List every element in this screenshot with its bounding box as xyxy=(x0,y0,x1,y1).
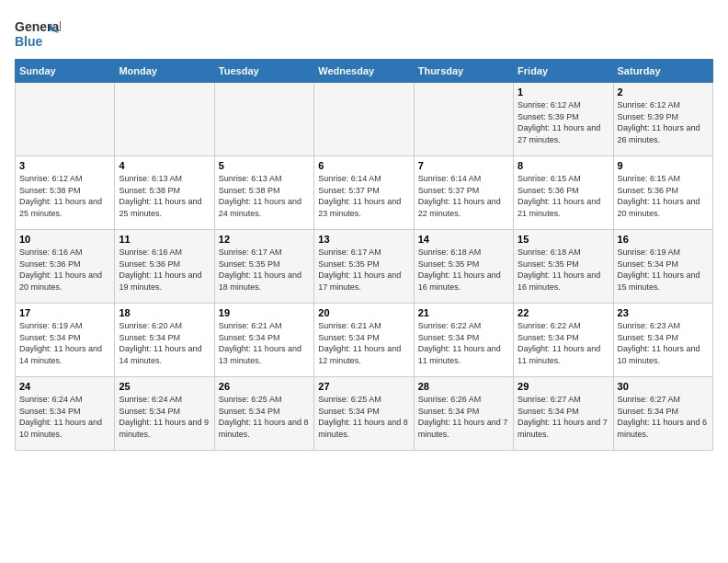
calendar-cell: 4Sunrise: 6:13 AM Sunset: 5:38 PM Daylig… xyxy=(115,156,214,230)
day-info: Sunrise: 6:17 AM Sunset: 5:35 PM Dayligh… xyxy=(219,247,310,293)
calendar-cell: 6Sunrise: 6:14 AM Sunset: 5:37 PM Daylig… xyxy=(314,156,414,230)
day-info: Sunrise: 6:23 AM Sunset: 5:34 PM Dayligh… xyxy=(618,320,709,366)
day-info: Sunrise: 6:21 AM Sunset: 5:34 PM Dayligh… xyxy=(318,320,409,366)
day-info: Sunrise: 6:25 AM Sunset: 5:34 PM Dayligh… xyxy=(219,394,310,440)
calendar-cell: 21Sunrise: 6:22 AM Sunset: 5:34 PM Dayli… xyxy=(414,304,513,377)
calendar-cell xyxy=(414,83,513,156)
day-number: 1 xyxy=(518,86,609,98)
calendar-cell: 17Sunrise: 6:19 AM Sunset: 5:34 PM Dayli… xyxy=(16,304,115,377)
calendar-cell: 29Sunrise: 6:27 AM Sunset: 5:34 PM Dayli… xyxy=(514,377,613,451)
day-number: 13 xyxy=(318,234,409,245)
day-number: 18 xyxy=(119,307,210,318)
calendar-week-5: 24Sunrise: 6:24 AM Sunset: 5:34 PM Dayli… xyxy=(16,377,713,451)
day-info: Sunrise: 6:15 AM Sunset: 5:36 PM Dayligh… xyxy=(618,173,709,219)
day-info: Sunrise: 6:14 AM Sunset: 5:37 PM Dayligh… xyxy=(318,173,409,219)
calendar-cell: 20Sunrise: 6:21 AM Sunset: 5:34 PM Dayli… xyxy=(314,304,414,377)
calendar-cell: 19Sunrise: 6:21 AM Sunset: 5:34 PM Dayli… xyxy=(214,304,313,377)
day-number: 23 xyxy=(618,307,709,318)
day-info: Sunrise: 6:18 AM Sunset: 5:35 PM Dayligh… xyxy=(518,247,609,293)
day-info: Sunrise: 6:14 AM Sunset: 5:37 PM Dayligh… xyxy=(418,173,509,219)
calendar-header-row: SundayMondayTuesdayWednesdayThursdayFrid… xyxy=(16,60,713,83)
calendar-week-4: 17Sunrise: 6:19 AM Sunset: 5:34 PM Dayli… xyxy=(16,304,713,377)
day-info: Sunrise: 6:27 AM Sunset: 5:34 PM Dayligh… xyxy=(518,394,609,440)
calendar-cell: 7Sunrise: 6:14 AM Sunset: 5:37 PM Daylig… xyxy=(414,156,513,230)
day-number: 6 xyxy=(318,160,409,171)
calendar-week-3: 10Sunrise: 6:16 AM Sunset: 5:36 PM Dayli… xyxy=(16,230,713,304)
calendar-cell: 8Sunrise: 6:15 AM Sunset: 5:36 PM Daylig… xyxy=(514,156,613,230)
day-info: Sunrise: 6:16 AM Sunset: 5:36 PM Dayligh… xyxy=(19,247,110,293)
day-info: Sunrise: 6:21 AM Sunset: 5:34 PM Dayligh… xyxy=(219,320,310,366)
day-info: Sunrise: 6:18 AM Sunset: 5:35 PM Dayligh… xyxy=(418,247,509,293)
day-info: Sunrise: 6:19 AM Sunset: 5:34 PM Dayligh… xyxy=(19,320,110,366)
calendar-cell: 9Sunrise: 6:15 AM Sunset: 5:36 PM Daylig… xyxy=(613,156,712,230)
day-number: 12 xyxy=(219,234,310,245)
calendar-cell: 2Sunrise: 6:12 AM Sunset: 5:39 PM Daylig… xyxy=(613,83,712,156)
calendar-cell: 11Sunrise: 6:16 AM Sunset: 5:36 PM Dayli… xyxy=(115,230,214,304)
page-header: GeneralBlue xyxy=(15,15,713,52)
logo-svg: GeneralBlue xyxy=(15,15,61,52)
calendar-cell: 3Sunrise: 6:12 AM Sunset: 5:38 PM Daylig… xyxy=(16,156,115,230)
calendar-cell: 24Sunrise: 6:24 AM Sunset: 5:34 PM Dayli… xyxy=(16,377,115,451)
day-number: 7 xyxy=(418,160,509,171)
day-info: Sunrise: 6:20 AM Sunset: 5:34 PM Dayligh… xyxy=(119,320,210,366)
svg-text:General: General xyxy=(15,19,61,34)
day-number: 19 xyxy=(219,307,310,318)
calendar-cell: 18Sunrise: 6:20 AM Sunset: 5:34 PM Dayli… xyxy=(115,304,214,377)
day-number: 28 xyxy=(418,381,509,392)
day-number: 24 xyxy=(19,381,110,392)
day-number: 11 xyxy=(119,234,210,245)
calendar-cell xyxy=(115,83,214,156)
day-number: 5 xyxy=(219,160,310,171)
day-info: Sunrise: 6:24 AM Sunset: 5:34 PM Dayligh… xyxy=(19,394,110,440)
day-info: Sunrise: 6:16 AM Sunset: 5:36 PM Dayligh… xyxy=(119,247,210,293)
day-info: Sunrise: 6:12 AM Sunset: 5:39 PM Dayligh… xyxy=(518,99,609,145)
col-header-sunday: Sunday xyxy=(16,60,115,83)
day-number: 2 xyxy=(618,86,709,98)
calendar-cell: 12Sunrise: 6:17 AM Sunset: 5:35 PM Dayli… xyxy=(214,230,313,304)
calendar-cell: 14Sunrise: 6:18 AM Sunset: 5:35 PM Dayli… xyxy=(414,230,513,304)
calendar-cell: 23Sunrise: 6:23 AM Sunset: 5:34 PM Dayli… xyxy=(613,304,712,377)
day-number: 8 xyxy=(518,160,609,171)
col-header-wednesday: Wednesday xyxy=(314,60,414,83)
day-number: 30 xyxy=(618,381,709,392)
day-info: Sunrise: 6:22 AM Sunset: 5:34 PM Dayligh… xyxy=(418,320,509,366)
day-info: Sunrise: 6:27 AM Sunset: 5:34 PM Dayligh… xyxy=(618,394,709,440)
day-number: 17 xyxy=(19,307,110,318)
calendar-cell: 16Sunrise: 6:19 AM Sunset: 5:34 PM Dayli… xyxy=(613,230,712,304)
svg-text:Blue: Blue xyxy=(15,34,43,49)
calendar-cell: 30Sunrise: 6:27 AM Sunset: 5:34 PM Dayli… xyxy=(613,377,712,451)
day-number: 29 xyxy=(518,381,609,392)
col-header-friday: Friday xyxy=(514,60,613,83)
day-number: 3 xyxy=(19,160,110,171)
day-number: 21 xyxy=(418,307,509,318)
day-number: 27 xyxy=(318,381,409,392)
calendar-cell: 26Sunrise: 6:25 AM Sunset: 5:34 PM Dayli… xyxy=(214,377,313,451)
calendar-week-1: 1Sunrise: 6:12 AM Sunset: 5:39 PM Daylig… xyxy=(16,83,713,156)
calendar-cell: 15Sunrise: 6:18 AM Sunset: 5:35 PM Dayli… xyxy=(514,230,613,304)
col-header-thursday: Thursday xyxy=(414,60,513,83)
day-info: Sunrise: 6:26 AM Sunset: 5:34 PM Dayligh… xyxy=(418,394,509,440)
calendar-table: SundayMondayTuesdayWednesdayThursdayFrid… xyxy=(15,59,713,451)
day-info: Sunrise: 6:13 AM Sunset: 5:38 PM Dayligh… xyxy=(119,173,210,219)
day-number: 20 xyxy=(318,307,409,318)
col-header-monday: Monday xyxy=(115,60,214,83)
calendar-cell: 22Sunrise: 6:22 AM Sunset: 5:34 PM Dayli… xyxy=(514,304,613,377)
day-info: Sunrise: 6:24 AM Sunset: 5:34 PM Dayligh… xyxy=(119,394,210,440)
calendar-week-2: 3Sunrise: 6:12 AM Sunset: 5:38 PM Daylig… xyxy=(16,156,713,230)
day-info: Sunrise: 6:15 AM Sunset: 5:36 PM Dayligh… xyxy=(518,173,609,219)
calendar-cell: 28Sunrise: 6:26 AM Sunset: 5:34 PM Dayli… xyxy=(414,377,513,451)
calendar-cell: 27Sunrise: 6:25 AM Sunset: 5:34 PM Dayli… xyxy=(314,377,414,451)
calendar-cell: 5Sunrise: 6:13 AM Sunset: 5:38 PM Daylig… xyxy=(214,156,313,230)
day-number: 25 xyxy=(119,381,210,392)
day-number: 4 xyxy=(119,160,210,171)
day-number: 10 xyxy=(19,234,110,245)
calendar-cell xyxy=(214,83,313,156)
col-header-saturday: Saturday xyxy=(613,60,712,83)
day-info: Sunrise: 6:19 AM Sunset: 5:34 PM Dayligh… xyxy=(618,247,709,293)
day-number: 16 xyxy=(618,234,709,245)
calendar-cell: 10Sunrise: 6:16 AM Sunset: 5:36 PM Dayli… xyxy=(16,230,115,304)
day-number: 22 xyxy=(518,307,609,318)
calendar-cell: 13Sunrise: 6:17 AM Sunset: 5:35 PM Dayli… xyxy=(314,230,414,304)
day-number: 15 xyxy=(518,234,609,245)
day-info: Sunrise: 6:12 AM Sunset: 5:39 PM Dayligh… xyxy=(618,99,709,145)
